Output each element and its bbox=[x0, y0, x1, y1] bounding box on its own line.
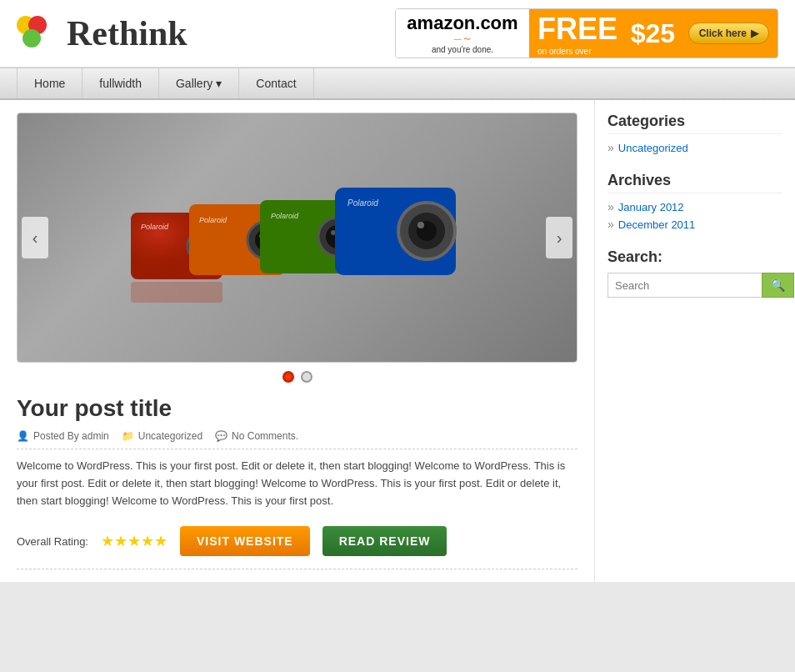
slider-image: Polaroid Polaroid Polaroid bbox=[18, 113, 577, 362]
amazon-logo-text: amazon.com bbox=[407, 13, 518, 34]
main-content: ‹ Polaroid Polaroid bbox=[0, 100, 795, 582]
logo-icon bbox=[17, 13, 58, 54]
read-review-button[interactable]: READ REVIEW bbox=[322, 526, 448, 556]
cameras-image: Polaroid Polaroid Polaroid bbox=[81, 138, 514, 338]
category-uncategorized[interactable]: Uncategorized bbox=[608, 141, 782, 154]
banner-click-label: Click here bbox=[699, 28, 747, 39]
logo-area: Rethink bbox=[17, 13, 188, 54]
content-area: ‹ Polaroid Polaroid bbox=[0, 100, 595, 582]
post-content: Welcome to WordPress. This is your first… bbox=[17, 458, 578, 509]
categories-heading: Categories bbox=[608, 113, 782, 134]
folder-icon bbox=[122, 430, 134, 442]
svg-point-22 bbox=[418, 222, 424, 228]
post-title: Your post title bbox=[17, 395, 578, 422]
nav-item-contact[interactable]: Contact bbox=[239, 68, 313, 98]
svg-text:Polaroid: Polaroid bbox=[199, 216, 228, 224]
header: Rethink amazon.com — 〜 and you're done. … bbox=[0, 0, 795, 68]
search-input[interactable] bbox=[608, 273, 762, 298]
svg-rect-6 bbox=[131, 282, 222, 303]
navigation: Home fullwidth Gallery ▾ Contact bbox=[0, 68, 795, 100]
banner-right: FREE on orders over $25 Click here ▶ bbox=[529, 9, 778, 58]
banner-left: amazon.com — 〜 and you're done. bbox=[396, 9, 529, 58]
search-row: 🔍 bbox=[608, 273, 782, 298]
archives-heading: Archives bbox=[608, 172, 782, 193]
nav-item-gallery[interactable]: Gallery ▾ bbox=[159, 68, 239, 98]
post-category[interactable]: Uncategorized bbox=[122, 430, 202, 442]
svg-text:Polaroid: Polaroid bbox=[348, 198, 378, 208]
svg-text:Polaroid: Polaroid bbox=[141, 223, 169, 231]
star-rating: ★★★★★ bbox=[101, 532, 168, 550]
post-comments[interactable]: No Comments. bbox=[215, 430, 298, 442]
slider-next-button[interactable]: › bbox=[546, 217, 572, 258]
banner-on-orders: on orders over bbox=[538, 47, 591, 56]
comment-icon bbox=[215, 430, 228, 442]
svg-text:Polaroid: Polaroid bbox=[271, 212, 299, 220]
amazon-smile-icon: 〜 bbox=[463, 35, 471, 43]
slider-dots bbox=[17, 371, 578, 383]
post-meta: Posted By admin Uncategorized No Comment… bbox=[17, 430, 578, 449]
logo-title: Rethink bbox=[67, 13, 188, 53]
nav-item-home[interactable]: Home bbox=[17, 68, 82, 98]
banner-click-button[interactable]: Click here ▶ bbox=[688, 23, 769, 44]
logo-circle-green bbox=[22, 29, 41, 48]
banner-tagline: and you're done. bbox=[432, 45, 493, 54]
sidebar: Categories Uncategorized Archives Januar… bbox=[595, 100, 795, 582]
archive-january-2012[interactable]: January 2012 bbox=[608, 200, 782, 213]
rating-row: Overall Rating: ★★★★★ VISIT WEBSITE READ… bbox=[17, 526, 578, 556]
post-author: Posted By admin bbox=[17, 430, 109, 442]
search-heading: Search: bbox=[608, 248, 782, 266]
banner-free-text: FREE bbox=[538, 12, 618, 47]
user-icon bbox=[17, 430, 29, 442]
banner-amount: $25 bbox=[631, 18, 675, 49]
banner-play-icon: ▶ bbox=[751, 28, 758, 39]
search-button[interactable]: 🔍 bbox=[762, 273, 794, 298]
rating-label: Overall Rating: bbox=[17, 535, 88, 548]
slider-dot-1[interactable] bbox=[282, 371, 294, 383]
image-slider: ‹ Polaroid Polaroid bbox=[17, 113, 578, 363]
gallery-dropdown-icon: ▾ bbox=[216, 77, 222, 90]
ad-banner[interactable]: amazon.com — 〜 and you're done. FREE on … bbox=[395, 8, 778, 58]
post-divider bbox=[17, 569, 578, 569]
slider-prev-button[interactable]: ‹ bbox=[22, 217, 48, 258]
visit-website-button[interactable]: VISIT WEBSITE bbox=[180, 526, 310, 556]
archive-december-2011[interactable]: December 2011 bbox=[608, 218, 782, 231]
blog-post: Your post title Posted By admin Uncatego… bbox=[17, 395, 578, 569]
nav-item-fullwidth[interactable]: fullwidth bbox=[82, 68, 159, 98]
slider-dot-2[interactable] bbox=[301, 371, 312, 383]
search-icon: 🔍 bbox=[771, 278, 785, 292]
